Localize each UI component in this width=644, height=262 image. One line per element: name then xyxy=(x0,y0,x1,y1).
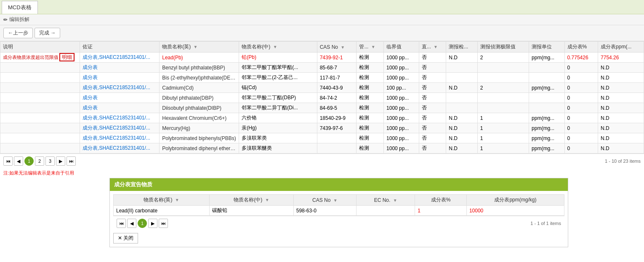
cell-name-zh: 邻苯二甲酸二丁酯(DBP) xyxy=(239,93,317,103)
filter-name-zh-icon[interactable]: ▼ xyxy=(273,45,277,49)
highlight-box[interactable]: 明细 xyxy=(59,53,75,61)
cell-pct: 0 xyxy=(564,123,598,133)
filter-mgmt-icon[interactable]: ▼ xyxy=(371,45,375,49)
sub-table-row: Lead(II) carbonate碳酸铅598-63-0110000 xyxy=(114,206,564,216)
table-row: 成分表,SHAEC2185231401/...Polybrominated bi… xyxy=(0,133,644,143)
cell-detect: N.D xyxy=(446,133,477,143)
page-2-btn[interactable]: 2 xyxy=(35,156,44,166)
cell-detect-unit: ppm(mg... xyxy=(529,133,564,143)
edit-btn[interactable]: 编辑拆解 xyxy=(9,16,29,23)
page-last-btn[interactable]: ⏭ xyxy=(67,156,76,166)
cell-cert[interactable]: 成分表,SHAEC2185231401/... xyxy=(80,143,160,153)
sub-page-first-btn[interactable]: ⏮ xyxy=(117,219,126,228)
cell-cert[interactable]: 成分表 xyxy=(80,73,160,83)
table-row: 成分表,SHAEC2185231401/...Cadmium(Cd)镉(Cd)7… xyxy=(0,83,644,93)
cell-name-zh: 铅(Pb) xyxy=(239,53,317,63)
table-row: 成分表Bis (2-ethylhexyl)phthalate(DEHP)邻苯二甲… xyxy=(0,73,644,83)
cell-cert[interactable]: 成分表,SHAEC2185231401/... xyxy=(80,53,160,63)
filter-direct-icon[interactable]: ▼ xyxy=(434,45,438,49)
cell-detect-limit: 1 xyxy=(477,133,529,143)
toolbar: ✏ 编辑拆解 xyxy=(0,14,644,25)
cell-detect-limit xyxy=(477,93,529,103)
cell-ppm: N.D xyxy=(598,133,644,143)
sub-pagination: ⏮ ◀ 1 ▶ ⏭ 1 - 1 of 1 items xyxy=(113,216,564,230)
cell-detect-limit xyxy=(477,73,529,83)
cell-desc xyxy=(0,133,80,143)
cell-detect-limit: 1 xyxy=(477,123,529,133)
page-3-btn[interactable]: 3 xyxy=(45,156,55,166)
cell-name-en: Dibutyl phthalate(DBP) xyxy=(160,93,239,103)
cell-name-zh: 六价铬 xyxy=(239,113,317,123)
sub-col-name-en: 物质名称(英) ▼ xyxy=(114,195,210,206)
cell-direct: 否 xyxy=(419,113,446,123)
sub-table: 物质名称(英) ▼ 物质名称(中) ▼ CAS No ▼ EC No. ▼ 成分… xyxy=(113,194,564,216)
cell-name-en: Polybrominated biphenyls(PBBs) xyxy=(160,133,239,143)
back-button[interactable]: ←上一步 xyxy=(3,28,33,38)
cell-desc xyxy=(0,113,80,123)
cell-name-zh: 邻苯二甲酸二(2-乙基己... xyxy=(239,73,317,83)
sub-col-pct: 成分表% xyxy=(415,195,467,206)
sub-page-count: 1 - 1 of 1 items xyxy=(530,221,561,226)
cell-name-zh: 邻苯二甲酸二异丁酯(Di... xyxy=(239,103,317,113)
col-detect: 测报检... xyxy=(446,42,477,53)
cell-cert[interactable]: 成分表 xyxy=(80,63,160,73)
filter-name-en-icon[interactable]: ▼ xyxy=(194,45,198,49)
page-next-btn[interactable]: ▶ xyxy=(56,156,65,166)
sub-filter-ec-icon[interactable]: ▼ xyxy=(393,198,397,203)
cell-ppm: N.D xyxy=(598,113,644,123)
cell-name-zh: 镉(Cd) xyxy=(239,83,317,93)
cell-cert[interactable]: 成分表,SHAEC2185231401/... xyxy=(80,123,160,133)
cell-cert[interactable]: 成分表 xyxy=(80,93,160,103)
cell-detect-unit: ppm(mg... xyxy=(529,83,564,93)
cell-threshold: 1000 pp... xyxy=(384,123,419,133)
cell-cas xyxy=(317,133,357,143)
cell-name-zh: 多溴联苯醚类 xyxy=(239,143,317,153)
cell-detect-unit: ppm(mg... xyxy=(529,123,564,133)
tab-mcd[interactable]: MCD表格 xyxy=(2,1,38,14)
nav-bar: ←上一步 完成 → xyxy=(0,25,644,41)
col-cert: 佐证 xyxy=(80,42,160,53)
cell-name-zh: 邻苯二甲酸丁酯苯甲酯(... xyxy=(239,63,317,73)
cell-detect: N.D xyxy=(446,123,477,133)
col-detect-unit: 测报单位 xyxy=(529,42,564,53)
cell-direct: 否 xyxy=(419,63,446,73)
cell-mgmt: 检测 xyxy=(357,143,384,153)
cell-ppm: N.D xyxy=(598,93,644,103)
cell-mgmt: 检测 xyxy=(357,103,384,113)
cell-cert[interactable]: 成分表,SHAEC2185231401/... xyxy=(80,133,160,143)
cell-cert[interactable]: 成分表 xyxy=(80,103,160,113)
cell-mgmt: 检测 xyxy=(357,83,384,93)
sub-filter-name-zh-icon[interactable]: ▼ xyxy=(265,198,269,202)
cell-direct: 否 xyxy=(419,73,446,83)
cell-detect-limit: 2 xyxy=(477,83,529,93)
sub-page-last-btn[interactable]: ⏭ xyxy=(159,219,168,228)
cell-detect: N.D xyxy=(446,143,477,153)
col-detect-limit: 测报侦测极限值 xyxy=(477,42,529,53)
table-row: 成分表Benzyl butyl phthalate(BBP)邻苯二甲酸丁酯苯甲酯… xyxy=(0,63,644,73)
cell-detect-unit: ppm(mg... xyxy=(529,113,564,123)
cell-direct: 否 xyxy=(419,133,446,143)
cell-cert[interactable]: 成分表,SHAEC2185231401/... xyxy=(80,83,160,93)
page-first-btn[interactable]: ⏮ xyxy=(3,156,13,166)
col-ppm: 成分表ppm(... xyxy=(598,42,644,53)
sub-panel: 成分表宣告物质 物质名称(英) ▼ 物质名称(中) ▼ CAS No ▼ EC … xyxy=(109,178,568,247)
sub-page-prev-btn[interactable]: ◀ xyxy=(127,219,136,228)
close-button[interactable]: ✕ 关闭 xyxy=(113,233,138,243)
cell-direct: 否 xyxy=(419,83,446,93)
cell-cert[interactable]: 成分表,SHAEC2185231401/... xyxy=(80,113,160,123)
cell-threshold: 1000 pp... xyxy=(384,63,419,73)
cell-name-en: Lead(Pb) xyxy=(160,53,239,63)
page-1-btn[interactable]: 1 xyxy=(24,156,34,166)
cell-threshold: 1000 pp... xyxy=(384,73,419,83)
sub-filter-cas-icon[interactable]: ▼ xyxy=(333,198,338,203)
sub-filter-name-en-icon[interactable]: ▼ xyxy=(175,198,179,202)
cell-detect-unit xyxy=(529,93,564,103)
cell-direct: 否 xyxy=(419,143,446,153)
sub-page-next-btn[interactable]: ▶ xyxy=(148,219,157,228)
page-prev-btn[interactable]: ◀ xyxy=(14,156,23,166)
sub-col-cas: CAS No ▼ xyxy=(293,195,356,206)
complete-button[interactable]: 完成 → xyxy=(35,28,60,38)
cell-ppm: N.D xyxy=(598,143,644,153)
filter-cas-icon[interactable]: ▼ xyxy=(341,45,345,50)
sub-page-1-btn[interactable]: 1 xyxy=(138,219,147,228)
